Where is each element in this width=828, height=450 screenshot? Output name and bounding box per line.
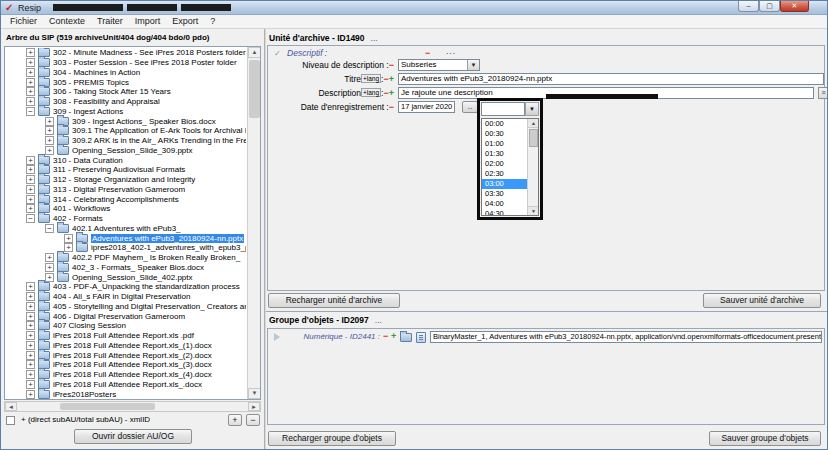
tree-item-label[interactable]: 308 - Feasibility and Appraisal (53, 97, 160, 106)
descriptif-more-button[interactable]: ... (446, 46, 456, 56)
time-option[interactable]: 02:30 (482, 169, 527, 179)
tree-item-label[interactable]: 302 - Minute Madness - See iPres 2018 Po… (53, 48, 246, 57)
save-archive-unit-button[interactable]: Sauver unité d'archive (703, 293, 821, 308)
folder-icon[interactable] (400, 333, 412, 342)
tree-item[interactable]: +iPres2018Posters (6, 389, 246, 399)
time-option[interactable]: 01:30 (482, 149, 527, 159)
tree-item-label[interactable]: Opening_Session_Slide_309.pptx (72, 146, 193, 155)
expand-icon[interactable]: + (26, 370, 35, 379)
tree-item-label[interactable]: 305 - PREMIS Topics (53, 78, 129, 87)
time-option[interactable]: 00:00 (482, 119, 527, 129)
collapse-icon[interactable]: − (45, 224, 54, 233)
tree-item-label[interactable]: 304 - Machines in Action (53, 68, 140, 77)
tree-item-label[interactable]: 314 - Celebrating Accomplishments (53, 195, 179, 204)
add-object-button[interactable]: + (391, 331, 396, 341)
add-field-button[interactable]: + (389, 88, 394, 98)
scroll-up-icon[interactable]: ▲ (248, 47, 261, 58)
tree-item-label[interactable]: 404 - All_s FAIR in Digital Preservation (53, 292, 190, 301)
expand-icon[interactable]: + (26, 331, 35, 340)
expand-icon[interactable]: + (26, 165, 35, 174)
expand-icon[interactable]: + (64, 234, 73, 243)
remove-object-button[interactable]: − (383, 331, 388, 341)
menu-item-fichier[interactable]: Fichier (4, 15, 43, 28)
title-input[interactable]: Adventures with ePub3_20180924-nn.pptx (398, 73, 824, 85)
collapse-chevron-icon[interactable]: ✓ (274, 49, 281, 58)
add-lang-button[interactable]: +lang (361, 88, 381, 97)
date-input[interactable]: 17 janvier 2020 (398, 101, 455, 113)
tree-item-label[interactable]: 402_3 - Formats_ Speaker Bios.docx (72, 263, 204, 272)
time-option[interactable]: 00:30 (482, 129, 527, 139)
time-input[interactable] (481, 102, 525, 116)
tree-item-label[interactable]: 303 - Poster Session - See iPres 2018 Po… (53, 58, 237, 67)
font-decrease-button[interactable]: − (246, 414, 260, 426)
expand-icon[interactable]: + (45, 273, 54, 282)
collapse-icon[interactable]: − (26, 107, 35, 116)
expand-icon[interactable]: + (26, 185, 35, 194)
expand-icon[interactable]: + (26, 302, 35, 311)
chevron-down-icon[interactable]: ▼ (525, 102, 539, 116)
expand-icon[interactable]: + (26, 78, 35, 87)
tree-item-label[interactable]: iPres 2018 Full Attendee Report.xls_(1).… (53, 341, 212, 350)
expand-icon[interactable]: + (26, 390, 35, 399)
reload-archive-unit-button[interactable]: Recharger unité d'archive (268, 293, 400, 308)
add-lang-button[interactable]: +lang (361, 74, 381, 83)
scroll-down-icon[interactable]: ▼ (528, 206, 539, 215)
binary-object-summary[interactable]: BinaryMaster_1, Adventures with ePub3_20… (430, 331, 822, 343)
description-level-select[interactable]: Subseries▼ (398, 59, 480, 71)
tree-vertical-scrollbar[interactable]: ▲ ▼ (247, 47, 260, 399)
tree-item-label[interactable]: 406 - Digital Preservation Gameroom (53, 312, 185, 321)
expand-triangle-icon[interactable] (274, 333, 280, 341)
tree-item[interactable]: −402.1 Adventures with ePub3_ (6, 224, 246, 234)
tree-item[interactable]: +309.2 ARK is in the Air_ ARKs Trending … (6, 136, 246, 146)
menu-item-?[interactable]: ? (204, 15, 221, 28)
expand-icon[interactable]: + (26, 282, 35, 291)
remove-descriptif-button[interactable]: − (425, 48, 430, 58)
tree-item-label[interactable]: 313 - Digital Preservation Gameroom (53, 185, 185, 194)
subau-checkbox[interactable] (6, 416, 15, 425)
tree-item-label[interactable]: 402.2 PDF Mayhem_ Is Broken Really Broke… (72, 253, 240, 262)
menu-item-contexte[interactable]: Contexte (43, 15, 91, 28)
tree-item[interactable]: −402 - Formats (6, 214, 246, 224)
expand-icon[interactable]: + (45, 117, 54, 126)
expand-icon[interactable]: + (45, 263, 54, 272)
expand-icon[interactable]: + (45, 146, 54, 155)
expand-icon[interactable]: + (45, 136, 54, 145)
time-option[interactable]: 04:30 (482, 209, 527, 216)
expand-icon[interactable]: + (26, 68, 35, 77)
collapse-icon[interactable]: − (26, 214, 35, 223)
tree-item-label[interactable]: iPres 2018 Full Attendee Report.xls .pdf (53, 331, 194, 340)
scroll-down-icon[interactable]: ▼ (248, 388, 261, 399)
title-bar[interactable]: ✓ Resip – ▢ ✕ (1, 1, 827, 15)
menu-item-export[interactable]: Export (166, 15, 204, 28)
tree-item-label[interactable]: ipres2018_402-1_adventures_with_epub3_pe… (91, 243, 246, 252)
expand-icon[interactable]: + (45, 253, 54, 262)
tree-item-label[interactable]: iPres 2018 Full Attendee Report.xls_(4).… (53, 370, 212, 379)
expand-icon[interactable]: + (26, 321, 35, 330)
expand-icon[interactable]: + (26, 97, 35, 106)
tree-item-label[interactable]: 403 - PDF-A_Unpacking the standardizatio… (53, 282, 240, 291)
date-picker-button[interactable]: .. (462, 101, 478, 113)
tree-item-label[interactable]: 311 - Preserving Audiovisual Formats (53, 165, 185, 174)
expand-icon[interactable]: + (45, 126, 54, 135)
tree-item[interactable]: −309 - Ingest Actions (6, 107, 246, 117)
dropdown-scrollbar[interactable]: ▲ ▼ (527, 119, 538, 215)
remove-field-button[interactable]: − (389, 60, 394, 70)
tree-item-label[interactable]: 405 - Storytelling and Digital Preservat… (53, 302, 246, 311)
save-object-group-button[interactable]: Sauver groupe d'objets (709, 431, 821, 446)
expand-icon[interactable]: + (26, 156, 35, 165)
tree-item[interactable]: +309 - Ingest Actions_ Speaker Bios.docx (6, 116, 246, 126)
expand-icon[interactable]: + (26, 58, 35, 67)
tree-item-label[interactable]: 309.1 The Application of E-Ark Tools for… (72, 126, 246, 135)
tree-item-label[interactable]: iPres 2018 Full Attendee Report.xls_.doc… (53, 380, 202, 389)
menu-item-import[interactable]: Import (129, 15, 167, 28)
tree-item-label-selected[interactable]: Adventures with ePub3_20180924-nn.pptx (91, 234, 244, 243)
expand-icon[interactable]: + (26, 312, 35, 321)
expand-icon[interactable]: + (26, 48, 35, 57)
scroll-up-icon[interactable]: ▲ (528, 119, 539, 128)
expand-icon[interactable]: + (26, 204, 35, 213)
expand-icon[interactable]: + (26, 351, 35, 360)
time-option[interactable]: 02:00 (482, 159, 527, 169)
scrollbar-thumb[interactable] (529, 129, 538, 147)
add-field-button[interactable]: + (389, 74, 394, 84)
tree-item-label[interactable]: iPres2018Posters (53, 390, 116, 399)
